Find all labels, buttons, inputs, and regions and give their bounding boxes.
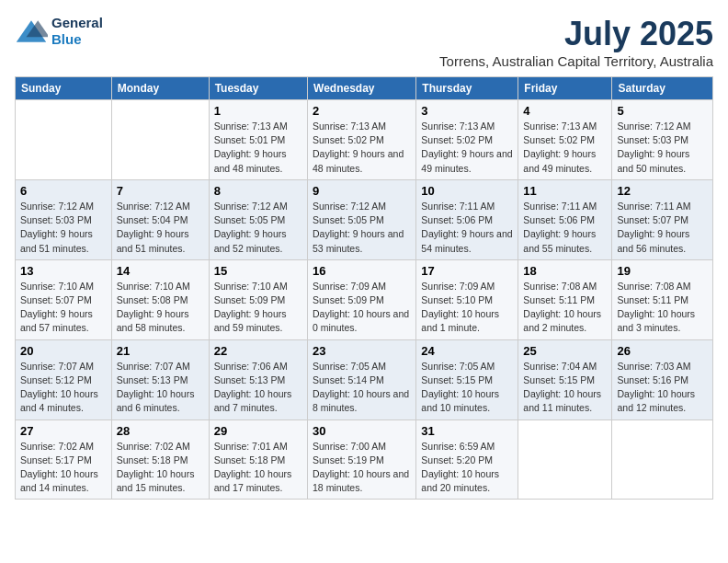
cell-info: Sunrise: 7:09 AM Sunset: 5:09 PM Dayligh… [313, 280, 411, 336]
cell-info: Sunrise: 7:00 AM Sunset: 5:19 PM Dayligh… [313, 440, 411, 496]
cell-info: Sunrise: 7:10 AM Sunset: 5:07 PM Dayligh… [20, 280, 107, 336]
cell-info: Sunrise: 7:02 AM Sunset: 5:18 PM Dayligh… [117, 440, 204, 496]
day-number: 19 [617, 264, 708, 278]
calendar-cell: 5Sunrise: 7:12 AM Sunset: 5:03 PM Daylig… [612, 100, 713, 180]
day-number: 31 [421, 424, 513, 438]
day-number: 2 [313, 104, 411, 118]
calendar-cell: 21Sunrise: 7:07 AM Sunset: 5:13 PM Dayli… [111, 339, 209, 419]
calendar-week-row: 6Sunrise: 7:12 AM Sunset: 5:03 PM Daylig… [16, 179, 713, 259]
calendar-cell: 4Sunrise: 7:13 AM Sunset: 5:02 PM Daylig… [518, 100, 612, 180]
day-number: 7 [117, 184, 204, 198]
day-number: 13 [20, 264, 107, 278]
day-number: 23 [313, 344, 411, 358]
calendar-cell: 30Sunrise: 7:00 AM Sunset: 5:19 PM Dayli… [308, 419, 416, 500]
calendar-cell: 23Sunrise: 7:05 AM Sunset: 5:14 PM Dayli… [308, 339, 416, 419]
calendar-header-row: SundayMondayTuesdayWednesdayThursdayFrid… [16, 77, 713, 100]
calendar-cell: 9Sunrise: 7:12 AM Sunset: 5:05 PM Daylig… [308, 179, 416, 259]
calendar-cell: 2Sunrise: 7:13 AM Sunset: 5:02 PM Daylig… [308, 100, 416, 180]
cell-info: Sunrise: 7:01 AM Sunset: 5:18 PM Dayligh… [214, 440, 302, 496]
day-number: 6 [20, 184, 107, 198]
cell-info: Sunrise: 7:12 AM Sunset: 5:05 PM Dayligh… [313, 200, 411, 256]
calendar-week-row: 13Sunrise: 7:10 AM Sunset: 5:07 PM Dayli… [16, 259, 713, 339]
calendar-cell: 13Sunrise: 7:10 AM Sunset: 5:07 PM Dayli… [16, 259, 112, 339]
cell-info: Sunrise: 7:04 AM Sunset: 5:15 PM Dayligh… [523, 360, 607, 416]
cell-info: Sunrise: 7:11 AM Sunset: 5:06 PM Dayligh… [523, 200, 607, 256]
day-number: 27 [20, 424, 107, 438]
calendar-cell: 26Sunrise: 7:03 AM Sunset: 5:16 PM Dayli… [612, 339, 713, 419]
month-title: July 2025 [439, 15, 713, 53]
calendar-cell: 1Sunrise: 7:13 AM Sunset: 5:01 PM Daylig… [209, 100, 307, 180]
cell-info: Sunrise: 7:13 AM Sunset: 5:02 PM Dayligh… [313, 120, 411, 176]
calendar-cell [16, 100, 112, 180]
calendar-cell: 18Sunrise: 7:08 AM Sunset: 5:11 PM Dayli… [518, 259, 612, 339]
cell-info: Sunrise: 7:03 AM Sunset: 5:16 PM Dayligh… [617, 360, 708, 416]
cell-info: Sunrise: 7:12 AM Sunset: 5:03 PM Dayligh… [20, 200, 107, 256]
calendar-cell: 17Sunrise: 7:09 AM Sunset: 5:10 PM Dayli… [416, 259, 518, 339]
calendar-cell: 7Sunrise: 7:12 AM Sunset: 5:04 PM Daylig… [111, 179, 209, 259]
cell-info: Sunrise: 7:07 AM Sunset: 5:12 PM Dayligh… [20, 360, 107, 416]
calendar-cell: 19Sunrise: 7:08 AM Sunset: 5:11 PM Dayli… [612, 259, 713, 339]
calendar-cell [612, 419, 713, 500]
cell-info: Sunrise: 7:05 AM Sunset: 5:15 PM Dayligh… [421, 360, 513, 416]
day-number: 5 [617, 104, 708, 118]
day-number: 20 [20, 344, 107, 358]
cell-info: Sunrise: 7:12 AM Sunset: 5:05 PM Dayligh… [214, 200, 302, 256]
logo-text: General Blue [51, 15, 103, 48]
logo: General Blue [15, 15, 103, 48]
day-number: 8 [214, 184, 302, 198]
calendar-cell: 15Sunrise: 7:10 AM Sunset: 5:09 PM Dayli… [209, 259, 307, 339]
calendar-cell: 22Sunrise: 7:06 AM Sunset: 5:13 PM Dayli… [209, 339, 307, 419]
day-number: 25 [523, 344, 607, 358]
calendar-cell: 16Sunrise: 7:09 AM Sunset: 5:09 PM Dayli… [308, 259, 416, 339]
logo-icon [15, 18, 48, 44]
calendar-cell: 20Sunrise: 7:07 AM Sunset: 5:12 PM Dayli… [16, 339, 112, 419]
day-number: 15 [214, 264, 302, 278]
day-number: 30 [313, 424, 411, 438]
calendar-cell: 24Sunrise: 7:05 AM Sunset: 5:15 PM Dayli… [416, 339, 518, 419]
cell-info: Sunrise: 7:09 AM Sunset: 5:10 PM Dayligh… [421, 280, 513, 336]
calendar-week-row: 1Sunrise: 7:13 AM Sunset: 5:01 PM Daylig… [16, 100, 713, 180]
header-day-friday: Friday [518, 77, 612, 100]
calendar-cell: 10Sunrise: 7:11 AM Sunset: 5:06 PM Dayli… [416, 179, 518, 259]
day-number: 11 [523, 184, 607, 198]
header-day-monday: Monday [111, 77, 209, 100]
cell-info: Sunrise: 7:08 AM Sunset: 5:11 PM Dayligh… [617, 280, 708, 336]
day-number: 12 [617, 184, 708, 198]
header-day-wednesday: Wednesday [308, 77, 416, 100]
calendar-cell: 6Sunrise: 7:12 AM Sunset: 5:03 PM Daylig… [16, 179, 112, 259]
calendar-cell: 12Sunrise: 7:11 AM Sunset: 5:07 PM Dayli… [612, 179, 713, 259]
day-number: 17 [421, 264, 513, 278]
day-number: 16 [313, 264, 411, 278]
header-day-tuesday: Tuesday [209, 77, 307, 100]
day-number: 21 [117, 344, 204, 358]
cell-info: Sunrise: 7:13 AM Sunset: 5:01 PM Dayligh… [214, 120, 302, 176]
calendar-table: SundayMondayTuesdayWednesdayThursdayFrid… [15, 76, 713, 500]
calendar-cell: 3Sunrise: 7:13 AM Sunset: 5:02 PM Daylig… [416, 100, 518, 180]
cell-info: Sunrise: 7:07 AM Sunset: 5:13 PM Dayligh… [117, 360, 204, 416]
day-number: 3 [421, 104, 513, 118]
cell-info: Sunrise: 7:12 AM Sunset: 5:03 PM Dayligh… [617, 120, 708, 176]
cell-info: Sunrise: 7:11 AM Sunset: 5:06 PM Dayligh… [421, 200, 513, 256]
day-number: 29 [214, 424, 302, 438]
header-day-saturday: Saturday [612, 77, 713, 100]
calendar-cell [518, 419, 612, 500]
day-number: 1 [214, 104, 302, 118]
cell-info: Sunrise: 7:12 AM Sunset: 5:04 PM Dayligh… [117, 200, 204, 256]
calendar-week-row: 20Sunrise: 7:07 AM Sunset: 5:12 PM Dayli… [16, 339, 713, 419]
calendar-cell: 25Sunrise: 7:04 AM Sunset: 5:15 PM Dayli… [518, 339, 612, 419]
calendar-cell: 8Sunrise: 7:12 AM Sunset: 5:05 PM Daylig… [209, 179, 307, 259]
cell-info: Sunrise: 7:05 AM Sunset: 5:14 PM Dayligh… [313, 360, 411, 416]
cell-info: Sunrise: 7:02 AM Sunset: 5:17 PM Dayligh… [20, 440, 107, 496]
cell-info: Sunrise: 7:06 AM Sunset: 5:13 PM Dayligh… [214, 360, 302, 416]
calendar-cell: 11Sunrise: 7:11 AM Sunset: 5:06 PM Dayli… [518, 179, 612, 259]
header-day-thursday: Thursday [416, 77, 518, 100]
calendar-cell: 27Sunrise: 7:02 AM Sunset: 5:17 PM Dayli… [16, 419, 112, 500]
cell-info: Sunrise: 7:13 AM Sunset: 5:02 PM Dayligh… [523, 120, 607, 176]
cell-info: Sunrise: 7:10 AM Sunset: 5:08 PM Dayligh… [117, 280, 204, 336]
location-title: Torrens, Australian Capital Territory, A… [439, 53, 713, 69]
day-number: 26 [617, 344, 708, 358]
cell-info: Sunrise: 7:10 AM Sunset: 5:09 PM Dayligh… [214, 280, 302, 336]
title-area: July 2025 Torrens, Australian Capital Te… [439, 15, 713, 69]
calendar-cell: 31Sunrise: 6:59 AM Sunset: 5:20 PM Dayli… [416, 419, 518, 500]
day-number: 10 [421, 184, 513, 198]
